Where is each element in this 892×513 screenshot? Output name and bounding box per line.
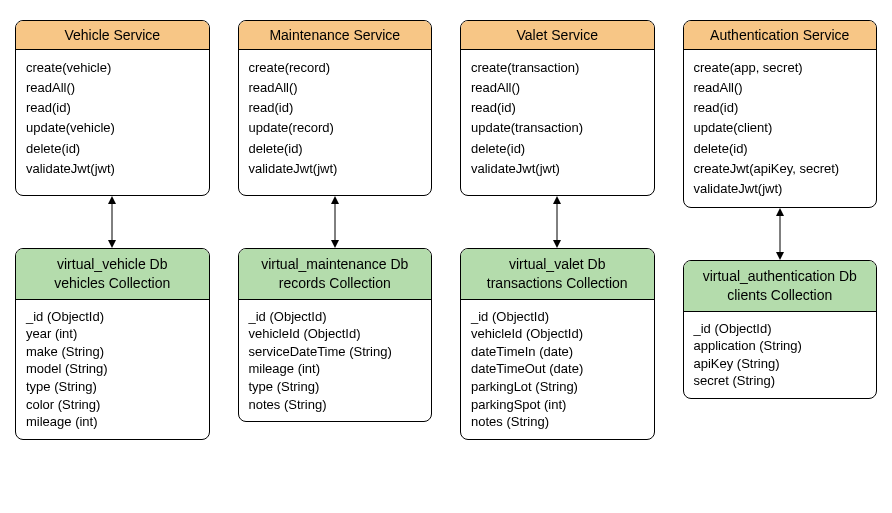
field: secret (String) — [694, 372, 867, 390]
field: application (String) — [694, 337, 867, 355]
field: year (int) — [26, 325, 199, 343]
service-title: Maintenance Service — [239, 21, 432, 50]
method: read(id) — [694, 98, 867, 118]
method: readAll() — [694, 78, 867, 98]
svg-marker-1 — [108, 196, 116, 204]
db-fields: _id (ObjectId) vehicleId (ObjectId) date… — [461, 300, 654, 439]
service-title: Vehicle Service — [16, 21, 209, 50]
db-title-line2: vehicles Collection — [24, 274, 201, 293]
service-methods: create(app, secret) readAll() read(id) u… — [684, 50, 877, 207]
method: delete(id) — [694, 139, 867, 159]
connector-arrow — [105, 196, 119, 248]
method: readAll() — [26, 78, 199, 98]
svg-marker-10 — [776, 208, 784, 216]
maintenance-service-box: Maintenance Service create(record) readA… — [238, 20, 433, 196]
db-title-line2: records Collection — [247, 274, 424, 293]
field: _id (ObjectId) — [471, 308, 644, 326]
field: vehicleId (ObjectId) — [249, 325, 422, 343]
field: vehicleId (ObjectId) — [471, 325, 644, 343]
db-title-line2: clients Collection — [692, 286, 869, 305]
db-fields: _id (ObjectId) application (String) apiK… — [684, 312, 877, 398]
field: _id (ObjectId) — [249, 308, 422, 326]
maintenance-db-box: virtual_maintenance Db records Collectio… — [238, 248, 433, 422]
method: create(record) — [249, 58, 422, 78]
double-arrow-icon — [550, 196, 564, 248]
field: type (String) — [26, 378, 199, 396]
svg-marker-2 — [108, 240, 116, 248]
column-authentication: Authentication Service create(app, secre… — [683, 20, 878, 440]
connector-arrow — [773, 208, 787, 260]
double-arrow-icon — [773, 208, 787, 260]
db-title-line1: virtual_authentication Db — [692, 267, 869, 286]
service-methods: create(vehicle) readAll() read(id) updat… — [16, 50, 209, 195]
method: read(id) — [249, 98, 422, 118]
db-title: virtual_authentication Db clients Collec… — [684, 261, 877, 312]
connector-arrow — [550, 196, 564, 248]
double-arrow-icon — [105, 196, 119, 248]
method: delete(id) — [249, 139, 422, 159]
connector-arrow — [328, 196, 342, 248]
db-title: virtual_vehicle Db vehicles Collection — [16, 249, 209, 300]
column-vehicle: Vehicle Service create(vehicle) readAll(… — [15, 20, 210, 440]
field: _id (ObjectId) — [694, 320, 867, 338]
field: type (String) — [249, 378, 422, 396]
service-title: Valet Service — [461, 21, 654, 50]
method: create(vehicle) — [26, 58, 199, 78]
field: notes (String) — [249, 396, 422, 414]
double-arrow-icon — [328, 196, 342, 248]
db-fields: _id (ObjectId) year (int) make (String) … — [16, 300, 209, 439]
method: validateJwt(jwt) — [471, 159, 644, 179]
method: createJwt(apiKey, secret) — [694, 159, 867, 179]
method: delete(id) — [471, 139, 644, 159]
field: dateTimeOut (date) — [471, 360, 644, 378]
method: read(id) — [471, 98, 644, 118]
service-methods: create(record) readAll() read(id) update… — [239, 50, 432, 195]
svg-marker-11 — [776, 252, 784, 260]
svg-marker-4 — [331, 196, 339, 204]
method: create(app, secret) — [694, 58, 867, 78]
service-methods: create(transaction) readAll() read(id) u… — [461, 50, 654, 195]
field: mileage (int) — [249, 360, 422, 378]
method: update(transaction) — [471, 118, 644, 138]
field: dateTimeIn (date) — [471, 343, 644, 361]
method: validateJwt(jwt) — [249, 159, 422, 179]
architecture-diagram: Vehicle Service create(vehicle) readAll(… — [15, 20, 877, 440]
db-title: virtual_valet Db transactions Collection — [461, 249, 654, 300]
svg-marker-8 — [553, 240, 561, 248]
field: _id (ObjectId) — [26, 308, 199, 326]
method: update(vehicle) — [26, 118, 199, 138]
valet-service-box: Valet Service create(transaction) readAl… — [460, 20, 655, 196]
field: parkingLot (String) — [471, 378, 644, 396]
field: mileage (int) — [26, 413, 199, 431]
method: validateJwt(jwt) — [26, 159, 199, 179]
column-valet: Valet Service create(transaction) readAl… — [460, 20, 655, 440]
column-maintenance: Maintenance Service create(record) readA… — [238, 20, 433, 440]
method: update(client) — [694, 118, 867, 138]
db-title-line1: virtual_vehicle Db — [24, 255, 201, 274]
field: color (String) — [26, 396, 199, 414]
field: notes (String) — [471, 413, 644, 431]
valet-db-box: virtual_valet Db transactions Collection… — [460, 248, 655, 440]
vehicle-service-box: Vehicle Service create(vehicle) readAll(… — [15, 20, 210, 196]
service-title: Authentication Service — [684, 21, 877, 50]
authentication-db-box: virtual_authentication Db clients Collec… — [683, 260, 878, 399]
authentication-service-box: Authentication Service create(app, secre… — [683, 20, 878, 208]
method: delete(id) — [26, 139, 199, 159]
db-title-line1: virtual_maintenance Db — [247, 255, 424, 274]
field: serviceDateTime (String) — [249, 343, 422, 361]
method: read(id) — [26, 98, 199, 118]
method: readAll() — [471, 78, 644, 98]
vehicle-db-box: virtual_vehicle Db vehicles Collection _… — [15, 248, 210, 440]
field: model (String) — [26, 360, 199, 378]
db-title-line1: virtual_valet Db — [469, 255, 646, 274]
svg-marker-5 — [331, 240, 339, 248]
method: update(record) — [249, 118, 422, 138]
svg-marker-7 — [553, 196, 561, 204]
field: apiKey (String) — [694, 355, 867, 373]
db-fields: _id (ObjectId) vehicleId (ObjectId) serv… — [239, 300, 432, 421]
method: validateJwt(jwt) — [694, 179, 867, 199]
db-title-line2: transactions Collection — [469, 274, 646, 293]
method: create(transaction) — [471, 58, 644, 78]
db-title: virtual_maintenance Db records Collectio… — [239, 249, 432, 300]
field: parkingSpot (int) — [471, 396, 644, 414]
